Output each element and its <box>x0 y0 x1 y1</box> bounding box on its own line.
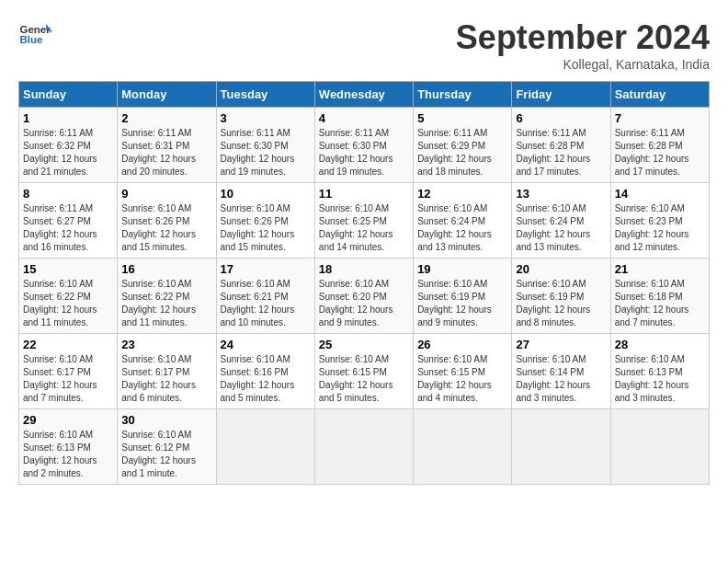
calendar-day: 19 Sunrise: 6:10 AMSunset: 6:19 PMDaylig… <box>414 259 512 334</box>
location-subtitle: Kollegal, Karnataka, India <box>456 57 710 72</box>
day-number: 9 <box>121 187 211 201</box>
calendar-day: 22 Sunrise: 6:10 AMSunset: 6:17 PMDaylig… <box>19 334 118 409</box>
calendar-day: 13 Sunrise: 6:10 AMSunset: 6:24 PMDaylig… <box>512 183 610 259</box>
day-info: Sunrise: 6:10 AMSunset: 6:26 PMDaylight:… <box>121 203 196 252</box>
calendar-day: 1 Sunrise: 6:11 AMSunset: 6:32 PMDayligh… <box>19 108 118 183</box>
calendar-header-sunday: Sunday <box>19 82 118 108</box>
day-number: 7 <box>615 111 705 125</box>
day-info: Sunrise: 6:11 AMSunset: 6:30 PMDaylight:… <box>319 128 393 177</box>
day-number: 16 <box>121 262 211 276</box>
page-header: General Blue September 2024 Kollegal, Ka… <box>18 18 710 72</box>
calendar-week-3: 15 Sunrise: 6:10 AMSunset: 6:22 PMDaylig… <box>19 259 710 334</box>
calendar-day <box>314 409 413 485</box>
calendar-day: 11 Sunrise: 6:10 AMSunset: 6:25 PMDaylig… <box>314 183 413 259</box>
calendar-day: 29 Sunrise: 6:10 AMSunset: 6:13 PMDaylig… <box>19 409 118 485</box>
day-info: Sunrise: 6:10 AMSunset: 6:21 PMDaylight:… <box>221 279 295 327</box>
calendar-day: 4 Sunrise: 6:11 AMSunset: 6:30 PMDayligh… <box>314 108 413 183</box>
logo-icon: General Blue <box>18 18 51 52</box>
day-info: Sunrise: 6:10 AMSunset: 6:15 PMDaylight:… <box>319 354 393 403</box>
day-number: 15 <box>23 262 113 276</box>
day-number: 22 <box>23 338 113 351</box>
day-number: 1 <box>23 111 113 125</box>
calendar-day: 2 Sunrise: 6:11 AMSunset: 6:31 PMDayligh… <box>118 108 216 183</box>
day-number: 17 <box>221 262 311 276</box>
calendar-day: 27 Sunrise: 6:10 AMSunset: 6:14 PMDaylig… <box>512 334 610 409</box>
calendar-day: 28 Sunrise: 6:10 AMSunset: 6:13 PMDaylig… <box>610 334 709 409</box>
day-info: Sunrise: 6:11 AMSunset: 6:31 PMDaylight:… <box>121 128 196 177</box>
day-info: Sunrise: 6:10 AMSunset: 6:14 PMDaylight:… <box>516 354 590 403</box>
day-info: Sunrise: 6:10 AMSunset: 6:12 PMDaylight:… <box>121 430 196 478</box>
day-number: 27 <box>516 338 606 351</box>
calendar-header-friday: Friday <box>512 82 610 108</box>
day-info: Sunrise: 6:10 AMSunset: 6:24 PMDaylight:… <box>516 203 590 252</box>
svg-text:Blue: Blue <box>19 34 43 45</box>
calendar-day: 6 Sunrise: 6:11 AMSunset: 6:28 PMDayligh… <box>512 108 610 183</box>
day-number: 8 <box>23 187 113 201</box>
day-info: Sunrise: 6:11 AMSunset: 6:28 PMDaylight:… <box>516 128 590 177</box>
calendar-header-thursday: Thursday <box>414 82 512 108</box>
day-number: 25 <box>319 338 409 351</box>
day-info: Sunrise: 6:10 AMSunset: 6:17 PMDaylight:… <box>121 354 196 403</box>
day-number: 19 <box>417 262 507 276</box>
calendar-header-monday: Monday <box>118 82 216 108</box>
calendar-day <box>512 409 610 485</box>
calendar-day: 26 Sunrise: 6:10 AMSunset: 6:15 PMDaylig… <box>414 334 512 409</box>
day-number: 3 <box>221 111 311 125</box>
title-block: September 2024 Kollegal, Karnataka, Indi… <box>456 18 710 72</box>
day-info: Sunrise: 6:10 AMSunset: 6:17 PMDaylight:… <box>23 354 97 403</box>
day-info: Sunrise: 6:11 AMSunset: 6:32 PMDaylight:… <box>23 128 97 177</box>
calendar-day: 23 Sunrise: 6:10 AMSunset: 6:17 PMDaylig… <box>118 334 216 409</box>
calendar-day: 7 Sunrise: 6:11 AMSunset: 6:28 PMDayligh… <box>610 108 709 183</box>
day-number: 20 <box>516 262 606 276</box>
day-info: Sunrise: 6:10 AMSunset: 6:22 PMDaylight:… <box>23 279 97 327</box>
day-number: 11 <box>319 187 409 201</box>
day-number: 5 <box>417 111 507 125</box>
day-number: 28 <box>615 338 705 351</box>
day-info: Sunrise: 6:10 AMSunset: 6:24 PMDaylight:… <box>417 203 492 252</box>
day-info: Sunrise: 6:10 AMSunset: 6:25 PMDaylight:… <box>319 203 393 252</box>
calendar-day <box>414 409 512 485</box>
calendar-header-tuesday: Tuesday <box>216 82 314 108</box>
month-title: September 2024 <box>456 18 710 57</box>
day-info: Sunrise: 6:11 AMSunset: 6:29 PMDaylight:… <box>417 128 492 177</box>
calendar-day: 14 Sunrise: 6:10 AMSunset: 6:23 PMDaylig… <box>610 183 709 259</box>
day-info: Sunrise: 6:10 AMSunset: 6:26 PMDaylight:… <box>221 203 295 252</box>
calendar-week-2: 8 Sunrise: 6:11 AMSunset: 6:27 PMDayligh… <box>19 183 710 259</box>
calendar-week-4: 22 Sunrise: 6:10 AMSunset: 6:17 PMDaylig… <box>19 334 710 409</box>
day-number: 4 <box>319 111 409 125</box>
calendar-day: 12 Sunrise: 6:10 AMSunset: 6:24 PMDaylig… <box>414 183 512 259</box>
day-info: Sunrise: 6:10 AMSunset: 6:16 PMDaylight:… <box>221 354 295 403</box>
day-info: Sunrise: 6:10 AMSunset: 6:19 PMDaylight:… <box>516 279 590 327</box>
day-number: 24 <box>221 338 311 351</box>
day-number: 29 <box>23 413 113 427</box>
logo: General Blue <box>18 18 51 52</box>
calendar-day: 18 Sunrise: 6:10 AMSunset: 6:20 PMDaylig… <box>314 259 413 334</box>
day-number: 14 <box>615 187 705 201</box>
day-number: 26 <box>417 338 507 351</box>
calendar-header-saturday: Saturday <box>610 82 709 108</box>
calendar-day: 24 Sunrise: 6:10 AMSunset: 6:16 PMDaylig… <box>216 334 314 409</box>
day-number: 30 <box>121 413 211 427</box>
day-info: Sunrise: 6:11 AMSunset: 6:27 PMDaylight:… <box>23 203 97 252</box>
day-info: Sunrise: 6:11 AMSunset: 6:30 PMDaylight:… <box>221 128 295 177</box>
calendar-week-1: 1 Sunrise: 6:11 AMSunset: 6:32 PMDayligh… <box>19 108 710 183</box>
calendar-day: 21 Sunrise: 6:10 AMSunset: 6:18 PMDaylig… <box>610 259 709 334</box>
day-number: 6 <box>516 111 606 125</box>
day-number: 21 <box>615 262 705 276</box>
calendar-day: 25 Sunrise: 6:10 AMSunset: 6:15 PMDaylig… <box>314 334 413 409</box>
day-info: Sunrise: 6:10 AMSunset: 6:23 PMDaylight:… <box>615 203 689 252</box>
calendar-day: 16 Sunrise: 6:10 AMSunset: 6:22 PMDaylig… <box>118 259 216 334</box>
day-info: Sunrise: 6:10 AMSunset: 6:18 PMDaylight:… <box>615 279 689 327</box>
calendar-day <box>610 409 709 485</box>
calendar-day: 30 Sunrise: 6:10 AMSunset: 6:12 PMDaylig… <box>118 409 216 485</box>
calendar-day: 17 Sunrise: 6:10 AMSunset: 6:21 PMDaylig… <box>216 259 314 334</box>
day-number: 13 <box>516 187 606 201</box>
day-info: Sunrise: 6:10 AMSunset: 6:20 PMDaylight:… <box>319 279 393 327</box>
day-number: 23 <box>121 338 211 351</box>
calendar-day: 8 Sunrise: 6:11 AMSunset: 6:27 PMDayligh… <box>19 183 118 259</box>
day-info: Sunrise: 6:10 AMSunset: 6:13 PMDaylight:… <box>615 354 689 403</box>
day-number: 10 <box>221 187 311 201</box>
calendar-day: 15 Sunrise: 6:10 AMSunset: 6:22 PMDaylig… <box>19 259 118 334</box>
calendar-header-wednesday: Wednesday <box>314 82 413 108</box>
day-number: 12 <box>417 187 507 201</box>
